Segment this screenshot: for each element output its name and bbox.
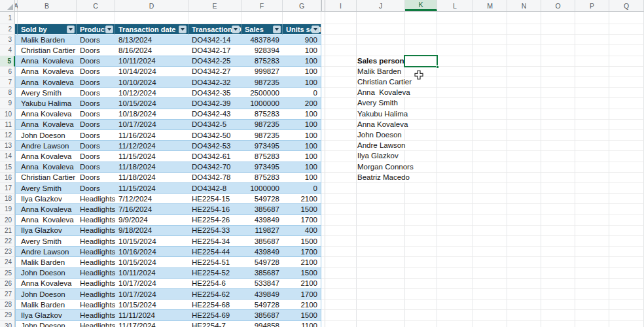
- table-header-cell-C[interactable]: Product: [77, 24, 115, 35]
- cell-J14[interactable]: Ilya Glazkov: [357, 151, 405, 162]
- cell-D18[interactable]: 7/12/2024: [115, 194, 188, 204]
- cell-I10[interactable]: [325, 109, 357, 120]
- cell-G16[interactable]: 100: [283, 173, 321, 183]
- cell-O30[interactable]: [541, 321, 575, 327]
- cell-L13[interactable]: [437, 141, 473, 151]
- cell-C10[interactable]: Doors: [77, 109, 115, 120]
- cell-F30[interactable]: 994858: [241, 321, 283, 327]
- cell-Q8[interactable]: [609, 88, 644, 98]
- cell-E6[interactable]: DO4342-27: [188, 67, 241, 77]
- cell-Q20[interactable]: [609, 215, 644, 226]
- cell-D11[interactable]: 10/17/2024: [115, 120, 188, 130]
- cell-D16[interactable]: 11/18/2024: [115, 173, 188, 183]
- cell-K29[interactable]: [405, 310, 437, 320]
- cell-E3[interactable]: DO4342-14: [188, 35, 241, 45]
- cell-K25[interactable]: [405, 268, 437, 279]
- cell-Q16[interactable]: [609, 173, 644, 183]
- row-header-6[interactable]: 6: [0, 67, 15, 77]
- cell-Q21[interactable]: [609, 226, 644, 236]
- row-header-26[interactable]: 26: [0, 279, 15, 289]
- cell-P6[interactable]: [575, 67, 609, 77]
- cell-K30[interactable]: [405, 321, 437, 327]
- cell-N13[interactable]: [507, 141, 541, 151]
- cell-E27[interactable]: HE2254-62: [188, 289, 241, 300]
- cell-B16[interactable]: Christian Cartier: [18, 173, 77, 183]
- cell-O11[interactable]: [541, 120, 575, 130]
- cell-K3[interactable]: [405, 35, 437, 45]
- row-header-16[interactable]: 16: [0, 173, 15, 183]
- cell-D26[interactable]: 10/17/2024: [115, 279, 188, 289]
- cell-F1[interactable]: [241, 12, 283, 24]
- row-header-27[interactable]: 27: [0, 289, 15, 300]
- cell-P19[interactable]: [575, 204, 609, 215]
- cell-D9[interactable]: 10/15/2024: [115, 98, 188, 109]
- cell-G12[interactable]: 100: [283, 130, 321, 141]
- cell-J26[interactable]: [357, 279, 405, 289]
- column-header-O[interactable]: O: [541, 0, 575, 11]
- cell-J27[interactable]: [357, 289, 405, 300]
- cell-I5[interactable]: [325, 56, 357, 67]
- cell-B27[interactable]: John Doeson: [18, 289, 77, 300]
- cell-B5[interactable]: Anna Kovaleva: [18, 56, 77, 67]
- cell-C5[interactable]: Doors: [77, 56, 115, 67]
- cell-Q23[interactable]: [609, 247, 644, 257]
- cell-F29[interactable]: 385687: [241, 310, 283, 320]
- cell-Q1[interactable]: [609, 12, 644, 24]
- row-header-8[interactable]: 8: [0, 88, 15, 98]
- cell-O10[interactable]: [541, 109, 575, 120]
- row-header-24[interactable]: 24: [0, 257, 15, 267]
- cell-G17[interactable]: 0: [283, 183, 321, 194]
- cell-N24[interactable]: [507, 257, 541, 267]
- cell-O25[interactable]: [541, 268, 575, 279]
- column-header-Q[interactable]: Q: [609, 0, 644, 11]
- cell-C19[interactable]: Headlights: [77, 204, 115, 215]
- cell-G11[interactable]: 100: [283, 120, 321, 130]
- cell-M2[interactable]: [473, 24, 507, 35]
- cell-G7[interactable]: 100: [283, 77, 321, 88]
- cell-G13[interactable]: 100: [283, 141, 321, 151]
- cell-P15[interactable]: [575, 162, 609, 173]
- cell-K27[interactable]: [405, 289, 437, 300]
- cell-J25[interactable]: [357, 268, 405, 279]
- cell-O28[interactable]: [541, 300, 575, 310]
- row-header-9[interactable]: 9: [0, 98, 15, 109]
- cell-C13[interactable]: Doors: [77, 141, 115, 151]
- cell-L16[interactable]: [437, 173, 473, 183]
- cell-P9[interactable]: [575, 98, 609, 109]
- cell-G1[interactable]: [283, 12, 321, 24]
- cell-C22[interactable]: Headlights: [77, 236, 115, 247]
- cell-M27[interactable]: [473, 289, 507, 300]
- cell-N16[interactable]: [507, 173, 541, 183]
- cell-D15[interactable]: 11/18/2024: [115, 162, 188, 173]
- cell-Q2[interactable]: [609, 24, 644, 35]
- cell-O3[interactable]: [541, 35, 575, 45]
- cell-P14[interactable]: [575, 151, 609, 162]
- cell-P11[interactable]: [575, 120, 609, 130]
- cell-Q29[interactable]: [609, 310, 644, 320]
- cell-I1[interactable]: [325, 12, 357, 24]
- cell-O22[interactable]: [541, 236, 575, 247]
- cell-F18[interactable]: 549728: [241, 194, 283, 204]
- cell-K10[interactable]: [405, 109, 437, 120]
- cell-G14[interactable]: 100: [283, 151, 321, 162]
- cell-J8[interactable]: Anna Kovaleva: [357, 88, 405, 98]
- cell-K2[interactable]: [405, 24, 437, 35]
- row-header-25[interactable]: 25: [0, 268, 15, 279]
- cell-N3[interactable]: [507, 35, 541, 45]
- cell-L5[interactable]: [437, 56, 473, 67]
- cell-J12[interactable]: John Doeson: [357, 130, 405, 141]
- cell-N12[interactable]: [507, 130, 541, 141]
- cell-O29[interactable]: [541, 310, 575, 320]
- cell-K22[interactable]: [405, 236, 437, 247]
- cell-B28[interactable]: Malik Barden: [18, 300, 77, 310]
- cell-Q18[interactable]: [609, 194, 644, 204]
- cell-E28[interactable]: HE2254-68: [188, 300, 241, 310]
- cell-I22[interactable]: [325, 236, 357, 247]
- cell-C23[interactable]: Headlights: [77, 247, 115, 257]
- cell-L10[interactable]: [437, 109, 473, 120]
- cell-E9[interactable]: DO4342-39: [188, 98, 241, 109]
- cell-F16[interactable]: 875283: [241, 173, 283, 183]
- cell-Q26[interactable]: [609, 279, 644, 289]
- cell-Q27[interactable]: [609, 289, 644, 300]
- cell-B22[interactable]: Avery Smith: [18, 236, 77, 247]
